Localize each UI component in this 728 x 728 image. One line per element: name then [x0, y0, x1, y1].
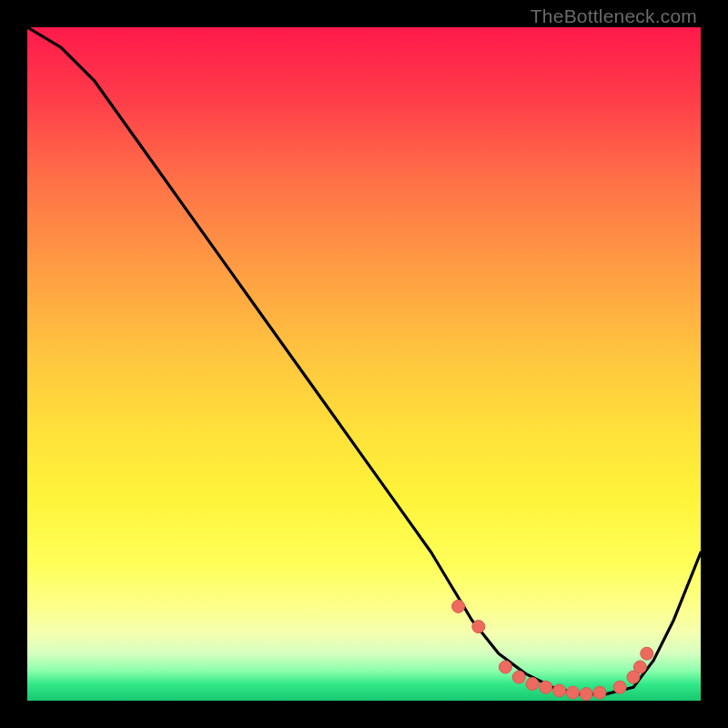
highlight-dot — [472, 621, 485, 633]
highlight-dot — [633, 661, 646, 673]
highlight-dot — [526, 678, 539, 691]
plot-area — [27, 27, 701, 701]
highlight-dot — [580, 688, 592, 701]
highlight-dot — [452, 600, 465, 612]
highlight-dot — [499, 661, 511, 673]
bottleneck-curve — [27, 27, 701, 701]
highlight-dot — [641, 647, 653, 660]
watermark-text: TheBottleneck.com — [531, 5, 697, 27]
highlight-dot — [613, 681, 626, 693]
highlight-dot — [512, 671, 525, 683]
highlight-dot — [593, 686, 606, 699]
highlight-dot — [566, 686, 579, 699]
highlight-dot — [540, 681, 552, 693]
highlight-dot — [553, 684, 566, 697]
chart-frame: TheBottleneck.com — [0, 0, 728, 728]
